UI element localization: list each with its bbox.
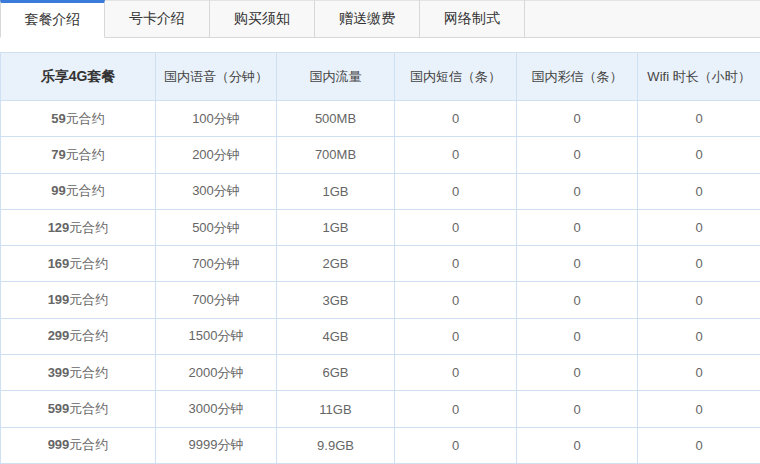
- voice-cell: 200分钟: [156, 137, 277, 173]
- voice-cell: 700分钟: [156, 246, 277, 282]
- sms-cell: 0: [395, 246, 517, 282]
- sms-cell: 0: [395, 355, 517, 391]
- voice-cell: 300分钟: [156, 173, 277, 209]
- mms-cell: 0: [517, 209, 638, 245]
- column-header-sms: 国内短信（条）: [395, 53, 517, 101]
- mms-cell: 0: [517, 173, 638, 209]
- sms-cell: 0: [395, 209, 517, 245]
- plan-name-cell: 399元合约: [1, 355, 156, 391]
- table-row: 299元合约 1500分钟 4GB 0 0 0: [1, 318, 760, 354]
- data-cell: 700MB: [277, 137, 395, 173]
- spacer: [0, 38, 760, 52]
- mms-cell: 0: [517, 391, 638, 427]
- tab-sim-intro[interactable]: 号卡介绍: [105, 0, 210, 37]
- data-cell: 2GB: [277, 246, 395, 282]
- table-header-row: 乐享4G套餐 国内语音（分钟） 国内流量 国内短信（条） 国内彩信（条） Wif…: [1, 53, 760, 101]
- plan-price: 999: [48, 437, 70, 452]
- data-cell: 11GB: [277, 391, 395, 427]
- data-cell: 1GB: [277, 173, 395, 209]
- mms-cell: 0: [517, 427, 638, 463]
- plan-name-cell: 299元合约: [1, 318, 156, 354]
- mms-cell: 0: [517, 318, 638, 354]
- plan-detail-panel: 套餐介绍 号卡介绍 购买须知 赠送缴费 网络制式 乐享4G套餐 国内语音（分钟）…: [0, 0, 760, 464]
- plan-name-cell: 99元合约: [1, 173, 156, 209]
- table-row: 399元合约 2000分钟 6GB 0 0 0: [1, 355, 760, 391]
- wifi-cell: 0: [638, 427, 760, 463]
- plan-suffix: 元合约: [69, 328, 108, 343]
- data-cell: 9.9GB: [277, 427, 395, 463]
- wifi-cell: 0: [638, 282, 760, 318]
- column-header-wifi: Wifi 时长（小时）: [638, 53, 760, 101]
- wifi-cell: 0: [638, 246, 760, 282]
- mms-cell: 0: [517, 246, 638, 282]
- sms-cell: 0: [395, 318, 517, 354]
- plan-price: 129: [48, 220, 70, 235]
- data-cell: 6GB: [277, 355, 395, 391]
- wifi-cell: 0: [638, 355, 760, 391]
- sms-cell: 0: [395, 137, 517, 173]
- plan-suffix: 元合约: [69, 292, 108, 307]
- tab-package-intro[interactable]: 套餐介绍: [0, 0, 105, 38]
- voice-cell: 700分钟: [156, 282, 277, 318]
- table-row: 999元合约 9999分钟 9.9GB 0 0 0: [1, 427, 760, 463]
- data-cell: 1GB: [277, 209, 395, 245]
- voice-cell: 2000分钟: [156, 355, 277, 391]
- table-row: 169元合约 700分钟 2GB 0 0 0: [1, 246, 760, 282]
- column-header-plan: 乐享4G套餐: [1, 53, 156, 101]
- tab-gift-payment[interactable]: 赠送缴费: [315, 0, 420, 37]
- wifi-cell: 0: [638, 318, 760, 354]
- plan-suffix: 元合约: [66, 183, 105, 198]
- sms-cell: 0: [395, 101, 517, 137]
- plan-suffix: 元合约: [69, 401, 108, 416]
- voice-cell: 3000分钟: [156, 391, 277, 427]
- data-cell: 500MB: [277, 101, 395, 137]
- wifi-cell: 0: [638, 209, 760, 245]
- voice-cell: 1500分钟: [156, 318, 277, 354]
- plan-suffix: 元合约: [66, 111, 105, 126]
- tab-bar: 套餐介绍 号卡介绍 购买须知 赠送缴费 网络制式: [0, 0, 760, 38]
- plan-price: 169: [48, 256, 70, 271]
- mms-cell: 0: [517, 101, 638, 137]
- table-row: 199元合约 700分钟 3GB 0 0 0: [1, 282, 760, 318]
- plan-name-cell: 999元合约: [1, 427, 156, 463]
- plan-name-cell: 59元合约: [1, 101, 156, 137]
- plan-name-cell: 79元合约: [1, 137, 156, 173]
- wifi-cell: 0: [638, 173, 760, 209]
- voice-cell: 500分钟: [156, 209, 277, 245]
- sms-cell: 0: [395, 427, 517, 463]
- table-row: 99元合约 300分钟 1GB 0 0 0: [1, 173, 760, 209]
- column-header-data: 国内流量: [277, 53, 395, 101]
- tab-network-standard[interactable]: 网络制式: [420, 0, 525, 37]
- table-row: 79元合约 200分钟 700MB 0 0 0: [1, 137, 760, 173]
- column-header-voice: 国内语音（分钟）: [156, 53, 277, 101]
- wifi-cell: 0: [638, 137, 760, 173]
- plan-price: 79: [51, 147, 65, 162]
- data-cell: 3GB: [277, 282, 395, 318]
- plan-suffix: 元合约: [66, 147, 105, 162]
- sms-cell: 0: [395, 282, 517, 318]
- plan-suffix: 元合约: [69, 256, 108, 271]
- plan-name-cell: 199元合约: [1, 282, 156, 318]
- plan-suffix: 元合约: [69, 220, 108, 235]
- wifi-cell: 0: [638, 391, 760, 427]
- plan-price: 199: [48, 292, 70, 307]
- voice-cell: 9999分钟: [156, 427, 277, 463]
- voice-cell: 100分钟: [156, 101, 277, 137]
- sms-cell: 0: [395, 173, 517, 209]
- tab-purchase-notes[interactable]: 购买须知: [210, 0, 315, 37]
- plans-table: 乐享4G套餐 国内语音（分钟） 国内流量 国内短信（条） 国内彩信（条） Wif…: [0, 52, 760, 464]
- plan-price: 59: [51, 111, 65, 126]
- plan-suffix: 元合约: [69, 437, 108, 452]
- mms-cell: 0: [517, 282, 638, 318]
- column-header-mms: 国内彩信（条）: [517, 53, 638, 101]
- table-row: 59元合约 100分钟 500MB 0 0 0: [1, 101, 760, 137]
- tab-bar-filler: [525, 0, 760, 37]
- mms-cell: 0: [517, 355, 638, 391]
- sms-cell: 0: [395, 391, 517, 427]
- plan-name-cell: 129元合约: [1, 209, 156, 245]
- plan-price: 299: [48, 328, 70, 343]
- plan-suffix: 元合约: [69, 365, 108, 380]
- wifi-cell: 0: [638, 101, 760, 137]
- plan-price: 599: [48, 401, 70, 416]
- mms-cell: 0: [517, 137, 638, 173]
